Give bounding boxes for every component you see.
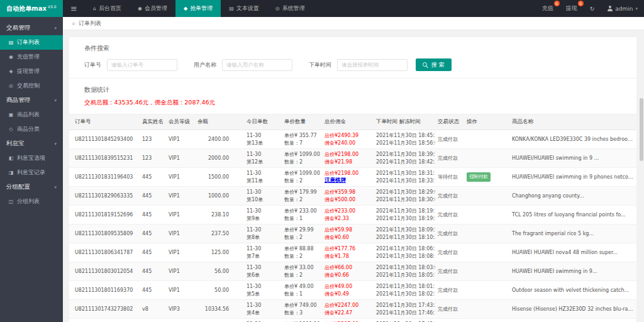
balance-cell: 238.10 <box>195 206 244 225</box>
scrollbar-thumb[interactable] <box>640 98 643 161</box>
force-pay-button[interactable]: 强制付款 <box>467 172 491 182</box>
balance-cell: 237.50 <box>195 225 244 243</box>
balance-cell: 50.00 <box>195 281 244 300</box>
order-time-cell: 2021年11月30日 18:29:062021年11月30日 18:30:00 <box>374 187 435 206</box>
balance-cell: 125.00 <box>195 243 244 262</box>
stats-section-title: 数据统计 <box>84 86 621 94</box>
actions-cell <box>464 130 509 149</box>
order-time-input[interactable] <box>337 59 408 71</box>
sidebar-item[interactable]: ◉ 充值管理 <box>0 50 63 64</box>
sidebar-item[interactable]: ◨ 利息宝记录 <box>0 165 63 180</box>
unit-price-cell: 单价¥ 49.00数量：1 <box>282 281 322 300</box>
actions-cell <box>464 149 509 168</box>
vip-level-cell: VIP1 <box>166 168 195 187</box>
interest-record-icon: ◨ <box>8 170 14 175</box>
top-menu-item[interactable]: ◉ 会员管理 <box>130 0 175 17</box>
search-section: 条件搜索 订单号 用户名称 下单时间 搜 索 <box>69 37 636 71</box>
unit-price-cell: 单价¥ 88.88数量：2 <box>282 243 322 262</box>
recharge-icon: ◉ <box>8 54 14 60</box>
refresh-icon: ↻ <box>590 6 595 12</box>
actions-cell <box>464 319 509 322</box>
real-name-cell: 445 <box>140 225 166 243</box>
sidebar-item[interactable]: ◈ 提现管理 <box>0 64 63 79</box>
sidebar-item[interactable]: ◎ 交易控制 <box>0 79 63 93</box>
order-no-label: 订单号 <box>84 61 101 69</box>
unit-price-cell: 单价¥ 29.99数量：2 <box>282 225 322 243</box>
stats-summary: 交易总额：43535.46元，佣金总额：2087.46元 <box>84 99 621 107</box>
today-count-cell: 11-30第3单 <box>244 319 282 322</box>
table-row: U82111301829063335 445 VIP1 1000.00 11-3… <box>69 187 636 206</box>
status-cell: 完成付款 <box>435 262 464 281</box>
order-no-input[interactable] <box>107 59 177 71</box>
sidebar-item[interactable]: ◧ 利息宝选项 <box>0 151 63 165</box>
sidebar-section[interactable]: 交易管理 ▾ <box>0 21 63 35</box>
vip-level-cell: VIP1 <box>166 281 195 300</box>
order-no-cell: U82111301743175486 <box>69 319 140 322</box>
actions-cell: 强制付款取消订单 <box>464 168 509 187</box>
actions-cell <box>464 206 509 225</box>
product-name-cell: Outdoor season with velvet thickening ca… <box>509 281 636 300</box>
refresh-button[interactable]: ↻ <box>584 0 601 17</box>
top-menu-item[interactable]: ◆ 抢单管理 <box>175 0 221 17</box>
vip-level-cell: VIP3 <box>166 300 195 319</box>
vip-level-cell: VIP1 <box>166 243 195 262</box>
vip-level-cell: VIP1 <box>166 225 195 243</box>
real-name-cell: 123 <box>140 149 166 168</box>
sidebar-section[interactable]: 利息宝 ▾ <box>0 136 63 151</box>
search-button[interactable]: 搜 索 <box>416 58 452 71</box>
breadcrumb-label: 订单列表 <box>79 19 101 28</box>
column-header: 操作 <box>464 114 509 130</box>
total-commission-cell: 总价¥3297.00 佣金¥32.97 <box>322 319 374 322</box>
order-no-cell: U82111301819152696 <box>69 206 140 225</box>
sidebar-section[interactable]: 商品管理 ▾ <box>0 93 63 108</box>
recharge-link[interactable]: 充值 0 <box>536 0 560 17</box>
balance-cell: 1000.00 <box>195 187 244 206</box>
column-header: 下单时间 解冻时间 <box>374 114 435 130</box>
user-icon <box>607 6 613 11</box>
withdraw-link[interactable]: 提现 0 <box>560 0 584 17</box>
actions-cell <box>464 243 509 262</box>
top-menu-item[interactable]: ⌂ 后台首页 <box>85 0 130 17</box>
today-count-cell: 11-30第13单 <box>244 130 282 149</box>
balance-cell: 10334.56 <box>195 300 244 319</box>
unit-price-cell: 单价¥ 1099.00数量：2 <box>282 168 322 187</box>
today-count-cell: 11-30第11单 <box>244 168 282 187</box>
unit-price-cell: 单价¥ 355.77数量：7 <box>282 130 322 149</box>
product-name-cell: The fragrant imperial rice 5 kg... <box>509 225 636 243</box>
top-menu-item[interactable]: ◎ 系统管理 <box>267 0 313 17</box>
column-header: 交易状态 <box>435 114 464 130</box>
content: 条件搜索 订单号 用户名称 下单时间 搜 索 <box>63 31 644 322</box>
sidebar-item[interactable]: ◫ 分组列表 <box>0 194 63 209</box>
balance-cell: 56.00 <box>195 262 244 281</box>
sidebar-item[interactable]: ▣ 商品列表 <box>0 108 63 122</box>
topbar: 自动抢单maxV3.0 ≡ ⌂ 后台首页 ◉ 会员管理 ◆ 抢单管理 ▤ 文本设… <box>0 0 644 17</box>
breadcrumb: » 订单列表 <box>63 17 644 30</box>
table-row: U82111301845293400 123 VIP1 2400.00 11-3… <box>69 130 636 149</box>
sidebar: 交易管理 ▾ ▤ 订单列表 ◉ 充值管理 ◈ 提现管理 ◎ 交易控制 商品管理 … <box>0 17 63 322</box>
menu-toggle-icon[interactable]: ≡ <box>63 4 85 13</box>
category-icon: ◇ <box>8 126 14 132</box>
orders-table: 订单号真实姓名会员等级余额今日单数单价数量总价佣金下单时间 解冻时间交易状态操作… <box>69 114 636 322</box>
table-row: U82111301839515231 123 VIP1 2000.00 11-3… <box>69 149 636 168</box>
top-menu-item[interactable]: ▤ 文本设置 <box>221 0 267 17</box>
scrollbar[interactable] <box>640 31 643 320</box>
search-button-label: 搜 索 <box>431 61 445 69</box>
orders-icon: ◆ <box>184 6 187 11</box>
sidebar-item[interactable]: ◇ 商品分类 <box>0 122 63 136</box>
topbar-right: 充值 0 提现 0 ↻ admin ▾ <box>536 0 644 17</box>
home-icon: ⌂ <box>93 6 96 11</box>
sidebar-item[interactable]: ▤ 订单列表 <box>0 35 63 50</box>
sidebar-section[interactable]: 分组配置 ▾ <box>0 180 63 194</box>
admin-menu[interactable]: admin ▾ <box>601 0 644 17</box>
chevron-down-icon: ▾ <box>54 26 57 31</box>
real-name-cell: 445 <box>140 206 166 225</box>
main-area: » 订单列表 条件搜索 订单号 用户名称 下单时间 搜 索 <box>63 17 644 322</box>
user-name-input[interactable] <box>222 59 292 71</box>
order-time-cell: 2021年11月30日 18:31:192021年11月30日 18:33:19 <box>374 168 435 187</box>
watermark-link[interactable]: 汉唐棋牌 <box>325 177 371 184</box>
product-name-cell: Changhong anyang county... <box>509 187 636 206</box>
vip-level-cell: VIP1 <box>166 149 195 168</box>
chevron-down-icon: ▾ <box>54 142 57 147</box>
withdraw-label: 提现 <box>566 4 577 13</box>
actions-cell <box>464 300 509 319</box>
